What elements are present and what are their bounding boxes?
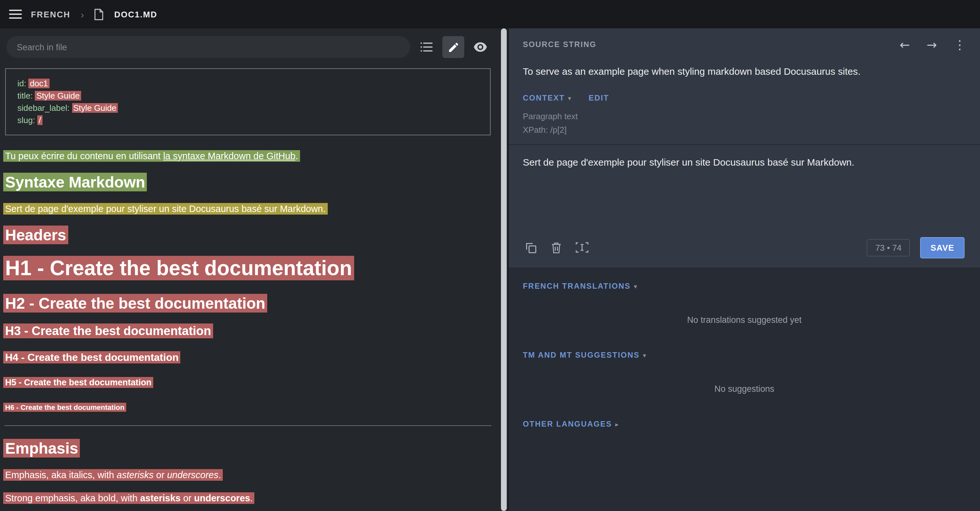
frontmatter-key: title: [18,91,35,101]
string-strong-paragraph[interactable]: Strong emphasis, aka bold, with asterisk… [3,492,493,505]
file-preview-panel: id: doc1 title: Style Guide sidebar_labe… [0,28,499,511]
frontmatter-key: id: [18,78,29,88]
chevron-right-icon: ▸ [615,420,619,428]
edit-mode-icon[interactable] [442,36,464,58]
frontmatter-value[interactable]: doc1 [29,78,49,88]
scrollbar-thumb[interactable] [501,28,506,511]
frontmatter-line[interactable]: title: Style Guide [18,89,479,102]
frontmatter-block: id: doc1 title: Style Guide sidebar_labe… [5,68,491,135]
string-intro-paragraph[interactable]: Tu peux écrire du contenu en utilisant l… [3,150,493,162]
chevron-down-icon: ▾ [643,351,647,359]
menu-icon[interactable] [9,10,22,19]
emphasis-italic-word: asterisks [117,470,154,480]
frontmatter-key: sidebar_label: [18,103,72,113]
intro-period: . [296,151,298,161]
source-string-section: SOURCE STRING ← → ⋮ To serve as an examp… [509,28,980,144]
intro-text: Tu peux écrire du contenu en utilisant [5,151,163,161]
source-text: To serve as an example page when styling… [523,64,966,78]
string-heading-markdown[interactable]: Syntaxe Markdown [3,173,493,192]
string-h6[interactable]: H6 - Create the best documentation [3,403,493,412]
emphasis-text: Emphasis, aka italics, with [5,470,117,480]
frontmatter-key: slug: [18,115,37,125]
string-h2[interactable]: H2 - Create the best documentation [3,294,493,313]
string-h3[interactable]: H3 - Create the best documentation [3,324,493,339]
next-string-icon[interactable]: → [927,38,937,51]
document-preview: id: doc1 title: Style Guide sidebar_labe… [0,64,499,511]
translation-toolbar: 73 • 74 SAVE [509,232,980,267]
character-counter: 73 • 74 [867,239,910,256]
other-languages-label: OTHER LANGUAGES [523,420,612,428]
string-heading-headers[interactable]: Headers [3,225,493,245]
horizontal-rule [5,425,491,426]
strong-bold-word: underscores [194,493,250,503]
emphasis-period: . [218,470,221,480]
strong-text: or [181,493,194,503]
string-emphasis-paragraph[interactable]: Emphasis, aka italics, with asterisks or… [3,468,493,481]
emphasis-text: or [154,470,167,480]
tm-mt-label: TM AND MT SUGGESTIONS [523,351,640,359]
edit-context-button[interactable]: EDIT [589,93,609,102]
context-xpath: XPath: /p[2] [523,123,966,137]
translation-editor[interactable]: Sert de page d'exemple pour styliser un … [509,145,980,232]
strings-list-icon[interactable] [415,36,437,58]
delete-translation-icon[interactable] [543,236,569,259]
preview-toolbar [0,28,499,64]
source-string-label: SOURCE STRING [523,40,597,49]
string-heading-emphasis[interactable]: Emphasis [3,439,493,458]
main-area: id: doc1 title: Style Guide sidebar_labe… [0,28,980,511]
intro-link[interactable]: la syntaxe Markdown de GitHub [163,151,296,161]
translation-text[interactable]: Sert de page d'exemple pour styliser un … [523,155,966,169]
string-h5[interactable]: H5 - Create the best documentation [3,377,493,388]
frontmatter-line[interactable]: sidebar_label: Style Guide [18,102,479,114]
tm-mt-suggestions-section[interactable]: TM AND MT SUGGESTIONS▾ [523,351,966,359]
french-translations-section[interactable]: FRENCH TRANSLATIONS▾ [523,282,966,291]
copy-source-icon[interactable] [518,236,543,259]
chevron-down-icon: ▾ [634,283,638,290]
previous-string-icon[interactable]: ← [899,38,910,51]
other-languages-section[interactable]: OTHER LANGUAGES▸ [523,420,966,428]
app-window: FRENCH › DOC1.MD [0,0,980,511]
translation-panel: SOURCE STRING ← → ⋮ To serve as an examp… [508,28,980,511]
search-box[interactable] [6,36,410,58]
strong-bold-word: asterisks [140,493,181,503]
frontmatter-line[interactable]: id: doc1 [18,77,479,89]
french-translations-label: FRENCH TRANSLATIONS [523,282,631,291]
context-dropdown[interactable]: CONTEXT▾ [523,93,572,102]
more-options-icon[interactable]: ⋮ [954,38,966,51]
emphasis-italic-word: underscores [167,470,219,480]
chevron-down-icon: ▾ [568,94,572,102]
eye-preview-icon[interactable] [469,36,491,58]
frontmatter-line[interactable]: slug: / [18,114,479,126]
string-selected-paragraph[interactable]: Sert de page d'exemple pour styliser un … [3,202,493,215]
save-button[interactable]: SAVE [920,237,964,258]
frontmatter-value[interactable]: Style Guide [35,91,81,101]
string-h1[interactable]: H1 - Create the best documentation [3,255,493,281]
file-icon [94,8,104,20]
top-bar: FRENCH › DOC1.MD [0,0,980,28]
select-text-icon[interactable] [569,236,595,259]
breadcrumb-chevron-icon: › [81,9,84,20]
breadcrumb-project[interactable]: FRENCH [31,10,70,19]
breadcrumb-file-name: DOC1.MD [114,10,158,19]
string-h4[interactable]: H4 - Create the best documentation [3,351,493,364]
no-suggestions-message: No suggestions [523,384,966,394]
scrollbar-track[interactable] [499,28,508,511]
no-translations-message: No translations suggested yet [523,315,966,325]
context-type: Paragraph text [523,110,966,123]
frontmatter-value[interactable]: / [37,115,42,125]
strong-text: Strong emphasis, aka bold, with [5,493,140,503]
suggestions-area: FRENCH TRANSLATIONS▾ No translations sug… [509,267,980,511]
search-input[interactable] [17,42,400,52]
strong-period: . [250,493,253,503]
frontmatter-value[interactable]: Style Guide [72,103,118,113]
